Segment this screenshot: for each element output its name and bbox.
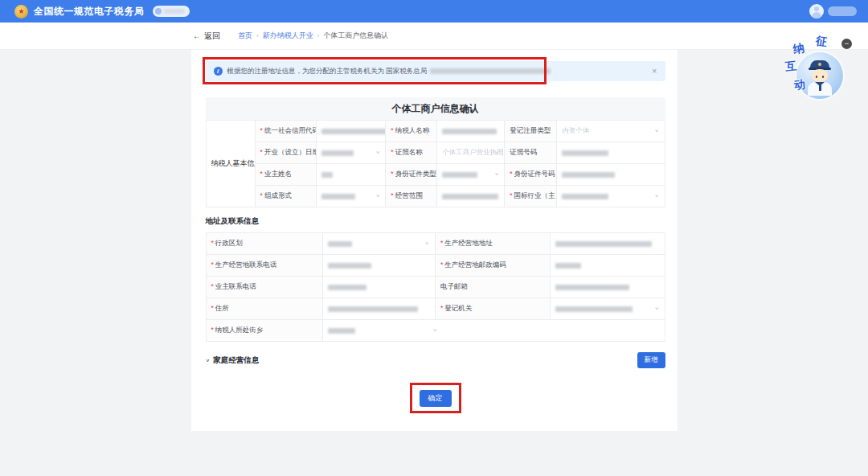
chevron-down-icon: ∨	[494, 171, 499, 176]
label-business-address: *生产经营地地址	[435, 233, 550, 255]
chevron-down-icon: ∨	[375, 150, 380, 154]
address-info-table: *行政区划 ∨ *生产经营地地址 *生产经营地联系电话 *生产经营地邮政编码 *…	[206, 232, 665, 342]
breadcrumb-separator-icon: ›	[317, 32, 320, 39]
confirmation-card: i 根据您的注册地址信息，为您分配的主管税务机关为 国家税务总局 × 个体工商户…	[191, 50, 678, 431]
chevron-down-icon: ∨	[654, 193, 659, 198]
toggle-dot-icon	[155, 8, 162, 14]
label-email: 电子邮箱	[435, 277, 550, 298]
select-admin-division[interactable]: ∨	[323, 233, 436, 255]
chevron-down-icon: ∨	[654, 306, 659, 310]
label-credit-code: *统一社会信用代码	[255, 121, 316, 142]
breadcrumb-bar: ← 返回 首页 › 新办纳税人开业 › 个体工商户信息确认	[0, 23, 868, 50]
label-id-number: *身份证件号码	[505, 164, 557, 186]
input-business-scope[interactable]	[437, 186, 505, 207]
label-owner-phone: *业主联系电话	[206, 277, 323, 298]
group-header-basic: 纳税人基本信息	[206, 121, 255, 207]
label-postal-code: *生产经营地邮政编码	[435, 255, 550, 277]
chevron-down-icon: ∨	[432, 327, 437, 332]
add-button[interactable]: 新增	[637, 352, 665, 368]
input-license-number[interactable]	[557, 142, 665, 164]
label-license-name: *证照名称	[386, 142, 437, 164]
username-redacted[interactable]	[828, 6, 857, 16]
collapse-chevron-icon[interactable]: ∨	[206, 358, 211, 363]
tax-assistant-widget[interactable]: − 纳 征 互 动	[780, 32, 854, 105]
breadcrumb-current: 个体工商户信息确认	[323, 31, 388, 41]
breadcrumb-home[interactable]: 首页	[238, 31, 252, 41]
input-id-number[interactable]	[557, 164, 665, 186]
tax-authority-alert: i 根据您的注册地址信息，为您分配的主管税务机关为 国家税务总局 ×	[206, 61, 665, 81]
info-icon: i	[214, 67, 223, 76]
input-taxpayer-name[interactable]	[437, 121, 505, 142]
select-id-type[interactable]: ∨	[437, 164, 505, 186]
breadcrumb-new-taxpayer[interactable]: 新办纳税人开业	[263, 31, 313, 41]
back-arrow-icon: ←	[193, 31, 201, 40]
select-industry[interactable]: ∨	[557, 186, 665, 207]
person-icon	[814, 6, 819, 11]
app-title: 全国统一规范电子税务局	[34, 5, 145, 18]
select-open-date[interactable]: ∨	[316, 142, 386, 164]
chevron-down-icon: ∨	[375, 193, 380, 198]
mascot-char: 动	[793, 78, 805, 93]
back-button[interactable]: ← 返回	[193, 31, 220, 42]
label-license-number: 证照号码	[505, 142, 557, 164]
label-taxpayer-name: *纳税人名称	[386, 121, 437, 142]
basic-info-table: 纳税人基本信息 *统一社会信用代码 *纳税人名称 登记注册类型 内资个体∨ *开…	[206, 120, 665, 207]
person-icon	[812, 12, 821, 18]
back-label: 返回	[204, 31, 220, 42]
mascot-char: 互	[784, 59, 797, 74]
section-title-address: 地址及联系信息	[206, 216, 665, 227]
select-taxpayer-township[interactable]: ∨	[323, 320, 665, 342]
label-registration-authority: *登记机关	[435, 298, 550, 320]
red-annotation-box: 确定	[410, 383, 461, 413]
alert-redacted-authority	[430, 68, 551, 74]
input-business-address[interactable]	[550, 233, 665, 255]
select-registration-authority[interactable]: ∨	[550, 298, 665, 320]
tax-officer-illustration	[806, 60, 833, 96]
alert-text: 根据您的注册地址信息，为您分配的主管税务机关为 国家税务总局	[227, 67, 428, 76]
label-composition-form: *组成形式	[255, 186, 316, 207]
chevron-down-icon: ∨	[654, 128, 659, 133]
label-industry: *国标行业（主）	[505, 186, 557, 207]
input-owner-name[interactable]	[316, 164, 386, 186]
mascot-char: 征	[815, 34, 828, 50]
label-open-date: *开业（设立）日期	[255, 142, 316, 164]
mascot-char: 纳	[792, 41, 806, 57]
input-email[interactable]	[550, 277, 665, 298]
label-registration-type: 登记注册类型	[505, 121, 557, 142]
input-credit-code[interactable]	[316, 121, 386, 142]
input-postal-code[interactable]	[550, 255, 665, 277]
input-business-phone[interactable]	[323, 255, 436, 277]
breadcrumb-separator-icon: ›	[256, 32, 259, 39]
breadcrumb: 首页 › 新办纳税人开业 › 个体工商户信息确认	[238, 31, 388, 41]
label-residence: *住所	[206, 298, 323, 320]
label-admin-division: *行政区划	[206, 233, 323, 255]
redacted-location-text	[164, 9, 185, 14]
confirm-button[interactable]: 确定	[420, 390, 452, 407]
label-business-phone: *生产经营地联系电话	[206, 255, 323, 277]
label-business-scope: *经营范围	[386, 186, 437, 207]
page-title: 个体工商户信息确认	[206, 97, 665, 120]
location-toggle-pill[interactable]	[153, 6, 190, 17]
family-section-header: ∨ 家庭经营信息 新增	[206, 352, 665, 368]
select-registration-type[interactable]: 内资个体∨	[557, 121, 665, 142]
chevron-down-icon: ∨	[494, 150, 499, 154]
family-section-title[interactable]: 家庭经营信息	[213, 355, 259, 366]
label-owner-name: *业主姓名	[255, 164, 316, 186]
minimize-icon[interactable]: −	[841, 39, 852, 49]
select-composition-form[interactable]: ∨	[316, 186, 386, 207]
label-taxpayer-township: *纳税人所处街乡	[206, 320, 323, 342]
national-emblem-icon: ★	[14, 5, 28, 18]
select-license-name[interactable]: 个体工商户营业执照∨	[437, 142, 505, 164]
app-header: ★ 全国统一规范电子税务局	[0, 0, 868, 23]
label-id-type: *身份证件类型	[386, 164, 437, 186]
input-owner-phone[interactable]	[323, 277, 436, 298]
user-avatar[interactable]	[809, 4, 824, 18]
chevron-down-icon: ∨	[425, 240, 430, 245]
input-residence[interactable]	[323, 298, 436, 320]
close-icon[interactable]: ×	[652, 67, 657, 76]
